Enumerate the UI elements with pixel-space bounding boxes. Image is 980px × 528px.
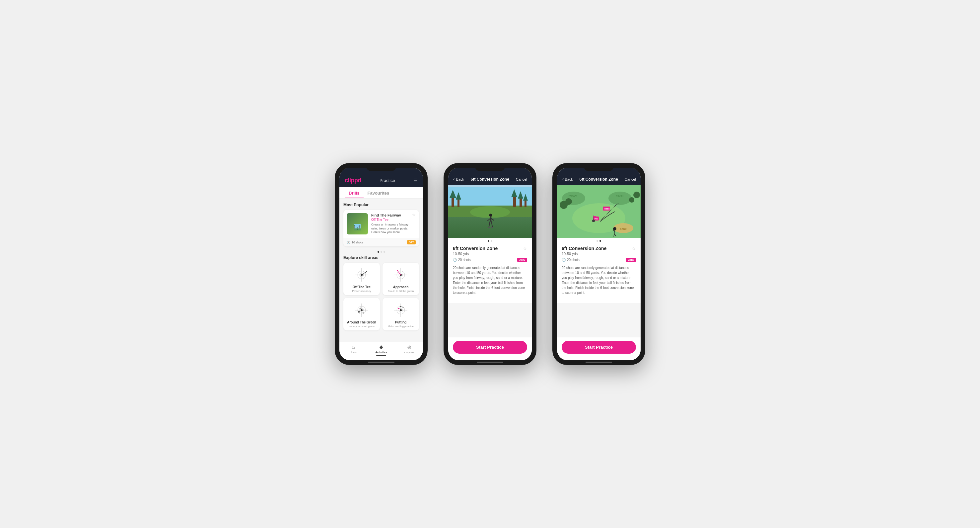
clock-icon: 🕐 bbox=[347, 241, 350, 244]
svg-rect-47 bbox=[513, 196, 516, 207]
drill-info-card-2: 6ft Conversion Zone 10-50 yds 🕐 20 shots… bbox=[448, 242, 532, 303]
skill-name-atg: Around The Green bbox=[346, 321, 377, 324]
most-popular-title: Most Popular bbox=[344, 203, 419, 207]
main-scene: clippd Practice ☰ Drills Favourites Most… bbox=[315, 143, 665, 385]
svg-line-58 bbox=[489, 222, 490, 227]
favourite-icon-3[interactable]: ☆ bbox=[632, 246, 636, 251]
skill-desc-putting: Make and lag practice bbox=[385, 325, 416, 328]
tabs-bar: Drills Favourites bbox=[339, 187, 423, 199]
hero-image-2 bbox=[448, 185, 532, 238]
favourite-icon[interactable]: ☆ bbox=[412, 212, 416, 217]
header-title: Practice bbox=[380, 178, 395, 183]
approach-icon bbox=[391, 266, 411, 283]
svg-text:FAIRWAY: FAIRWAY bbox=[569, 195, 577, 197]
cancel-button-2[interactable]: Cancel bbox=[516, 177, 527, 181]
p2-content: 6ft Conversion Zone 10-50 yds 🕐 20 shots… bbox=[448, 185, 532, 337]
drill-tag-3: ARG bbox=[626, 258, 636, 262]
golfer-illustration bbox=[354, 221, 361, 233]
home-bar-1 bbox=[368, 362, 395, 363]
clock-icon-3: 🕐 bbox=[562, 258, 566, 262]
back-button-2[interactable]: < Back bbox=[453, 177, 464, 181]
nav-home-label: Home bbox=[350, 351, 356, 354]
putting-icon bbox=[391, 302, 411, 319]
start-practice-button-3[interactable]: Start Practice bbox=[562, 341, 636, 354]
app-logo: clippd bbox=[345, 177, 361, 184]
skill-card-approach[interactable]: Approach Dial-in to hit the green bbox=[382, 263, 419, 295]
svg-rect-43 bbox=[452, 197, 454, 207]
drill-subtitle-3: 10-50 yds bbox=[562, 252, 636, 256]
p3-carousel-dots bbox=[557, 238, 641, 242]
skill-card-ott[interactable]: Off The Tee Power accuracy bbox=[344, 263, 380, 295]
nav-capture[interactable]: ⊕ Capture bbox=[395, 344, 423, 356]
phone-2: < Back 6ft Conversion Zone Cancel bbox=[444, 163, 536, 365]
p2-header-title: 6ft Conversion Zone bbox=[471, 177, 509, 182]
svg-point-60 bbox=[488, 227, 490, 228]
bottom-nav: ⌂ Home ♣ Activities ⊕ Capture bbox=[339, 342, 423, 360]
svg-point-40 bbox=[402, 307, 404, 308]
skill-name-putting: Putting bbox=[385, 321, 416, 324]
nav-activities[interactable]: ♣ Activities bbox=[367, 344, 395, 356]
hero-map: SAND FAIRWAY ROUGH bbox=[557, 185, 641, 238]
dot-3 bbox=[383, 251, 385, 253]
p1-content: Most Popular bbox=[339, 199, 423, 342]
ott-icon bbox=[352, 266, 372, 283]
skill-desc-atg: Hone your short game bbox=[346, 325, 377, 328]
p2-bottom: Start Practice bbox=[448, 337, 532, 360]
svg-point-30 bbox=[358, 311, 360, 313]
atg-icon bbox=[352, 302, 372, 319]
nav-capture-label: Capture bbox=[404, 351, 414, 354]
drill-desc-2: 20 shots are randomly generated at dista… bbox=[453, 265, 527, 295]
svg-point-6 bbox=[357, 228, 358, 228]
drill-description: Create an imaginary fairway using trees … bbox=[371, 223, 416, 234]
p2-carousel-dots bbox=[448, 238, 532, 242]
svg-point-83 bbox=[592, 220, 595, 222]
drill-name: Find The Fairway bbox=[371, 213, 416, 217]
meta-row-3: 🕐 20 shots ARG bbox=[562, 258, 636, 262]
home-bar-3 bbox=[585, 362, 612, 363]
cancel-button-3[interactable]: Cancel bbox=[625, 177, 636, 181]
p3-content: SAND FAIRWAY ROUGH bbox=[557, 185, 641, 337]
back-button-3[interactable]: < Back bbox=[562, 177, 573, 181]
svg-rect-2 bbox=[355, 226, 355, 228]
tab-favourites[interactable]: Favourites bbox=[364, 187, 393, 198]
phone-3: < Back 6ft Conversion Zone Cancel bbox=[552, 163, 645, 365]
svg-point-72 bbox=[633, 191, 640, 198]
featured-drill-card[interactable]: Find The Fairway Off The Tee Create an i… bbox=[344, 210, 419, 246]
home-bar-2 bbox=[477, 362, 503, 363]
phone-1: clippd Practice ☰ Drills Favourites Most… bbox=[335, 163, 428, 365]
nav-home[interactable]: ⌂ Home bbox=[339, 344, 367, 356]
drill-title-2: 6ft Conversion Zone bbox=[453, 246, 527, 251]
svg-point-29 bbox=[361, 309, 363, 311]
svg-point-32 bbox=[363, 312, 364, 314]
dot-2 bbox=[380, 251, 382, 253]
shots-3: 🕐 20 shots bbox=[562, 258, 579, 262]
svg-point-54 bbox=[489, 214, 492, 217]
svg-line-16 bbox=[362, 272, 367, 275]
notch-2 bbox=[475, 163, 505, 171]
svg-point-31 bbox=[360, 308, 361, 309]
home-icon: ⌂ bbox=[352, 344, 355, 350]
svg-rect-55 bbox=[490, 217, 492, 222]
favourite-icon-2[interactable]: ☆ bbox=[523, 246, 527, 251]
skill-grid: Off The Tee Power accuracy bbox=[344, 263, 419, 330]
menu-icon[interactable]: ☰ bbox=[414, 178, 418, 183]
tab-drills[interactable]: Drills bbox=[345, 187, 364, 198]
drill-tag-2: ARG bbox=[517, 258, 527, 262]
skill-card-putting[interactable]: Putting Make and lag practice bbox=[382, 298, 419, 330]
p3-bottom: Start Practice bbox=[557, 337, 641, 360]
svg-point-39 bbox=[400, 306, 401, 307]
svg-text:Miss: Miss bbox=[605, 207, 610, 210]
svg-point-17 bbox=[366, 271, 367, 272]
skill-desc-ott: Power accuracy bbox=[346, 290, 377, 293]
drill-category: Off The Tee bbox=[371, 218, 416, 222]
nav-underline bbox=[376, 355, 386, 356]
start-practice-button-2[interactable]: Start Practice bbox=[453, 341, 527, 354]
svg-text:SAND: SAND bbox=[620, 228, 627, 230]
carousel-dots bbox=[344, 250, 419, 255]
nav-activities-label: Activities bbox=[375, 351, 387, 354]
activities-icon: ♣ bbox=[380, 344, 383, 350]
svg-text:ROUGH: ROUGH bbox=[616, 195, 624, 197]
drill-info: Find The Fairway Off The Tee Create an i… bbox=[371, 213, 416, 234]
skill-card-atg[interactable]: Around The Green Hone your short game bbox=[344, 298, 380, 330]
drill-subtitle-2: 10-50 yds bbox=[453, 252, 527, 256]
